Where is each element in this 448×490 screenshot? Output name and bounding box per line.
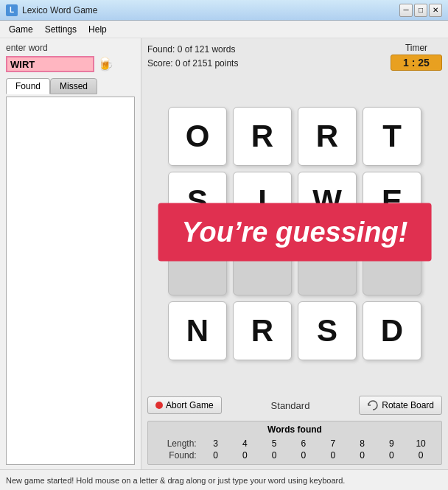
tile-8 [168,237,227,295]
abort-label: Abort Game [166,400,214,410]
score-text: Score: 0 of 2151 points [147,57,238,71]
title-buttons: ─ □ ✕ [399,4,442,17]
right-panel: Found: 0 of 121 words Score: 0 of 2151 p… [141,38,448,469]
maximize-button[interactable]: □ [414,4,427,17]
close-button[interactable]: ✕ [429,4,442,17]
abort-game-button[interactable]: Abort Game [147,396,222,414]
red-dot-icon [155,402,163,409]
tile-3[interactable]: T [363,107,421,166]
length-label: Length: [154,438,201,449]
found-6: 0 [289,449,318,461]
tile-7[interactable]: E [363,172,421,231]
tile-11 [363,237,421,295]
rotate-label: Rotate Board [382,400,434,410]
col-6: 6 [289,438,318,449]
table-header-row: Length: 3 4 5 6 7 8 9 10 [154,438,435,449]
menu-help[interactable]: Help [83,23,113,36]
word-input-row: 🍺 [6,56,135,72]
minimize-button[interactable]: ─ [399,4,413,17]
word-input[interactable] [6,56,94,72]
tabs: Found Missed [6,78,135,94]
timer-box: Timer 1 : 25 [391,43,442,71]
enter-word-label: enter word [6,43,135,53]
main-container: enter word 🍺 Found Missed Found: 0 of 12… [0,38,448,469]
left-panel: enter word 🍺 Found Missed [0,38,141,469]
tile-10 [298,237,357,295]
board-area: O R R T S I W E N R S D You’ [147,74,442,390]
bottom-controls: Abort Game Standard Rotate Board [147,393,442,418]
tile-6[interactable]: W [298,172,357,231]
menu-bar: Game Settings Help [0,21,448,38]
status-bar: New game started! Hold mouse on a letter… [0,469,448,490]
window-title: Lexico Word Game [22,5,98,15]
tile-14[interactable]: S [298,301,357,360]
found-4: 0 [230,449,259,461]
letter-grid: O R R T S I W E N R S D [168,107,421,360]
tile-13[interactable]: R [233,301,292,360]
submit-icon[interactable]: 🍺 [97,56,113,72]
found-10: 0 [406,449,435,461]
app-icon: L [6,4,18,16]
found-8: 0 [348,449,377,461]
menu-settings[interactable]: Settings [39,23,83,36]
found-label: Found: [154,449,201,461]
col-7: 7 [318,438,348,449]
col-3: 3 [201,438,231,449]
tile-5[interactable]: I [233,172,292,231]
col-8: 8 [348,438,377,449]
stats-text: Found: 0 of 121 words Score: 0 of 2151 p… [147,43,238,71]
title-bar-left: L Lexico Word Game [6,4,98,16]
found-3: 0 [201,449,231,461]
rotate-icon [367,399,379,411]
tab-found[interactable]: Found [6,78,50,94]
tile-2[interactable]: R [298,107,357,166]
status-text: New game started! Hold mouse on a letter… [6,476,345,485]
table-found-row: Found: 0 0 0 0 0 0 0 0 [154,449,435,461]
col-9: 9 [377,438,406,449]
timer-label: Timer [405,43,427,53]
tab-missed[interactable]: Missed [50,78,97,94]
stats-timer-row: Found: 0 of 121 words Score: 0 of 2151 p… [147,43,442,71]
col-10: 10 [406,438,435,449]
found-text: Found: 0 of 121 words [147,43,238,57]
words-found-section: Words found Length: 3 4 5 6 7 8 9 10 [147,421,442,465]
col-4: 4 [230,438,259,449]
title-bar: L Lexico Word Game ─ □ ✕ [0,0,448,21]
words-found-title: Words found [154,424,435,435]
timer-display: 1 : 25 [391,55,442,71]
tile-9 [233,237,292,295]
tile-0[interactable]: O [168,107,227,166]
tile-15[interactable]: D [363,301,421,360]
tile-4[interactable]: S [168,172,227,231]
rotate-board-button[interactable]: Rotate Board [359,396,442,415]
word-list[interactable] [6,97,135,465]
tile-1[interactable]: R [233,107,292,166]
found-5: 0 [259,449,289,461]
found-9: 0 [377,449,406,461]
found-7: 0 [318,449,348,461]
menu-game[interactable]: Game [3,23,39,36]
words-found-table: Length: 3 4 5 6 7 8 9 10 Found: 0 0 [154,438,435,461]
col-5: 5 [259,438,289,449]
standard-label: Standard [271,400,310,411]
tile-12[interactable]: N [168,301,227,360]
